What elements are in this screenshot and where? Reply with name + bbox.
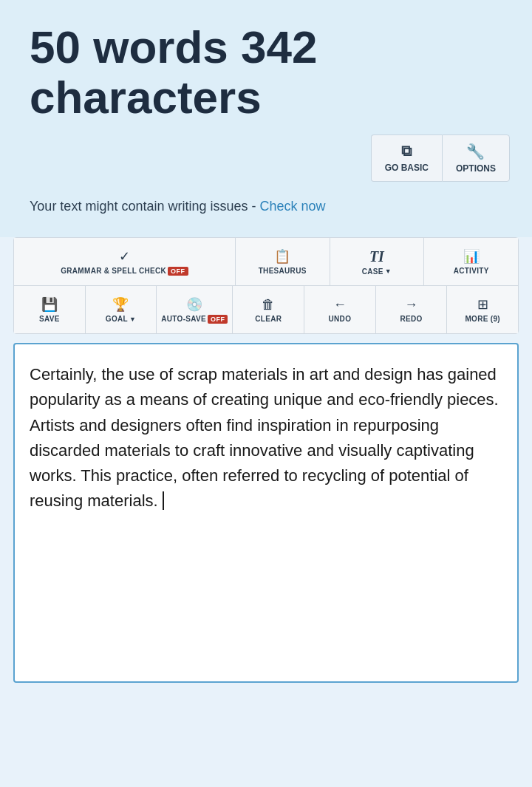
activity-icon: 📊 bbox=[463, 248, 480, 265]
go-basic-label: GO BASIC bbox=[385, 163, 429, 173]
clear-icon: 🗑 bbox=[262, 297, 275, 313]
more-icon: ⊞ bbox=[477, 296, 488, 313]
options-button[interactable]: 🔧 OPTIONS bbox=[442, 134, 510, 182]
text-cursor bbox=[158, 491, 164, 510]
activity-button[interactable]: 📊 ACTIVITY bbox=[424, 238, 518, 285]
case-label: CASE ▼ bbox=[362, 268, 392, 276]
autosave-button[interactable]: 💿 AUTO-SAVE OFF bbox=[157, 286, 233, 333]
toolbar-row-2: 💾 SAVE 🏆 GOAL ▼ 💿 AUTO-SAVE OFF 🗑 CLEAR … bbox=[14, 286, 518, 333]
case-caret: ▼ bbox=[385, 268, 392, 275]
clear-button[interactable]: 🗑 CLEAR bbox=[233, 286, 304, 333]
thesaurus-label: THESAURUS bbox=[259, 267, 307, 275]
go-basic-row: ⧉ GO BASIC 🔧 OPTIONS bbox=[30, 134, 510, 182]
writing-issues-prefix: Your text might contain writing issues - bbox=[30, 199, 259, 214]
case-icon: TI bbox=[369, 248, 384, 265]
goal-icon: 🏆 bbox=[112, 296, 129, 313]
thesaurus-button[interactable]: 📋 THESAURUS bbox=[236, 238, 330, 285]
undo-button[interactable]: ← UNDO bbox=[304, 286, 376, 333]
options-icon: 🔧 bbox=[466, 143, 485, 160]
check-now-link[interactable]: Check now bbox=[259, 199, 325, 214]
undo-label: UNDO bbox=[329, 315, 352, 323]
checkmark-icon: ✓ bbox=[119, 248, 130, 265]
save-label: SAVE bbox=[39, 315, 60, 323]
word-count: 50 words 342 characters bbox=[30, 22, 510, 123]
case-button[interactable]: TI CASE ▼ bbox=[330, 238, 425, 285]
activity-label: ACTIVITY bbox=[454, 267, 489, 275]
grammar-spell-button[interactable]: ✓ GRAMMAR & SPELL CHECK OFF bbox=[14, 238, 236, 285]
more-label: MORE (9) bbox=[465, 315, 499, 323]
stats-section: 50 words 342 characters ⧉ GO BASIC 🔧 OPT… bbox=[0, 0, 532, 237]
redo-button[interactable]: → REDO bbox=[376, 286, 448, 333]
clear-label: CLEAR bbox=[255, 315, 282, 323]
undo-icon: ← bbox=[333, 297, 347, 313]
editor-area[interactable]: Certainly, the use of scrap materials in… bbox=[13, 343, 519, 683]
toolbar-row-1: ✓ GRAMMAR & SPELL CHECK OFF 📋 THESAURUS … bbox=[14, 238, 518, 286]
go-basic-button[interactable]: ⧉ GO BASIC bbox=[371, 134, 442, 182]
redo-label: REDO bbox=[400, 315, 423, 323]
goal-button[interactable]: 🏆 GOAL ▼ bbox=[86, 286, 157, 333]
toolbar: ✓ GRAMMAR & SPELL CHECK OFF 📋 THESAURUS … bbox=[13, 237, 519, 334]
autosave-icon: 💿 bbox=[186, 296, 202, 313]
editor-content[interactable]: Certainly, the use of scrap materials in… bbox=[30, 362, 502, 514]
writing-issues-text: Your text might contain writing issues -… bbox=[30, 197, 510, 217]
goal-caret: ▼ bbox=[129, 316, 136, 323]
more-button[interactable]: ⊞ MORE (9) bbox=[447, 286, 518, 333]
goal-label: GOAL ▼ bbox=[106, 315, 136, 323]
grammar-off-badge: OFF bbox=[168, 267, 188, 276]
thesaurus-icon: 📋 bbox=[274, 248, 290, 265]
save-icon: 💾 bbox=[41, 296, 58, 313]
grammar-spell-label: GRAMMAR & SPELL CHECK OFF bbox=[61, 267, 188, 276]
autosave-label: AUTO-SAVE OFF bbox=[161, 315, 228, 324]
redo-icon: → bbox=[405, 297, 418, 313]
go-basic-icon: ⧉ bbox=[401, 143, 412, 160]
save-button[interactable]: 💾 SAVE bbox=[14, 286, 86, 333]
editor-text-content: Certainly, the use of scrap materials in… bbox=[30, 365, 499, 509]
autosave-off-badge: OFF bbox=[208, 315, 228, 324]
options-label: OPTIONS bbox=[456, 163, 496, 174]
